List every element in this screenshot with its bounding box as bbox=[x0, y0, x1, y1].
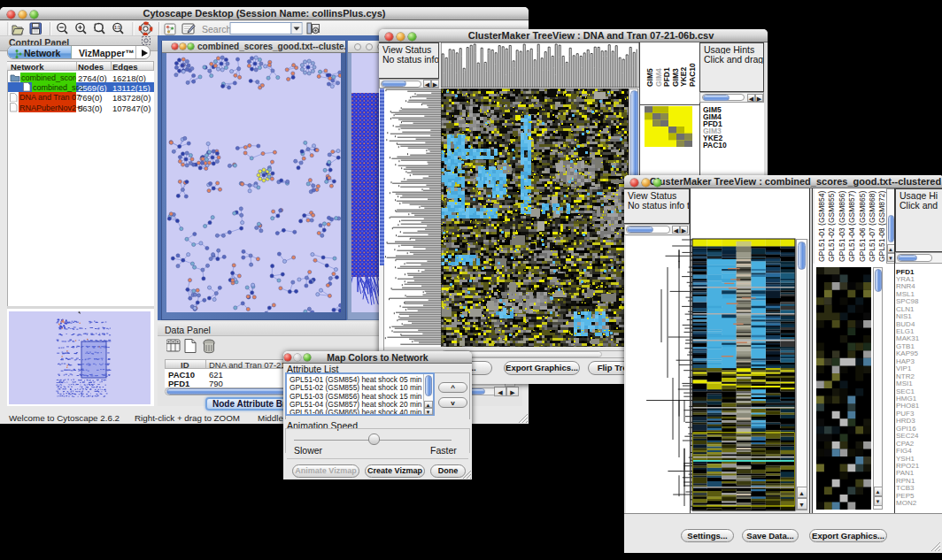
svg-text:Search:: Search: bbox=[202, 24, 234, 35]
svg-text:1:1: 1:1 bbox=[114, 25, 120, 30]
